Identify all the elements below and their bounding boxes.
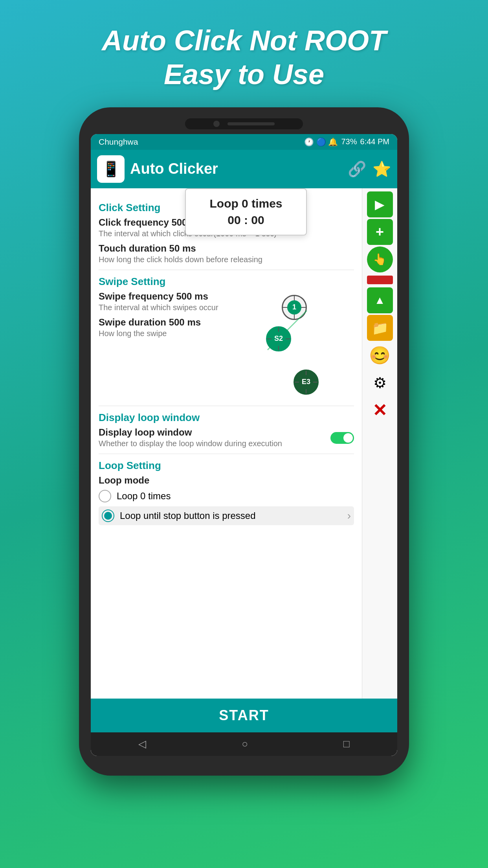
display-loop-header: Display loop window xyxy=(99,412,354,424)
arrow-up-button[interactable]: ▲ xyxy=(367,287,393,313)
loop-setting-header: Loop Setting xyxy=(99,460,354,472)
divider-2 xyxy=(99,406,354,406)
play-icon: ▶ xyxy=(375,197,385,212)
play-button[interactable]: ▶ xyxy=(367,191,393,217)
main-scroll[interactable]: Click Setting Click frequency 500 ms The… xyxy=(91,188,362,699)
loop-option-1-row[interactable]: Loop 0 times xyxy=(99,490,354,502)
close-button[interactable]: ✕ xyxy=(367,397,393,423)
page-header: Auto Click Not ROOT Easy to Use xyxy=(79,24,409,92)
loop-option-1-label: Loop 0 times xyxy=(117,491,171,502)
loop-option-2-radio[interactable] xyxy=(102,509,114,522)
status-right: 🕐 🔵 🔔 73% 6:44 PM xyxy=(304,137,389,147)
swipe-node-1[interactable]: 1 xyxy=(282,295,307,320)
display-loop-content: Display loop window Whether to display t… xyxy=(99,427,282,449)
camera-dot xyxy=(213,121,220,127)
touch-duration-label: Touch duration 50 ms xyxy=(99,243,354,254)
loop-overlay: Loop 0 times 00 : 00 xyxy=(185,188,307,235)
start-button[interactable]: START xyxy=(91,699,397,732)
display-loop-label: Display loop window xyxy=(99,427,282,438)
swipe-duration-label: Swipe duration 500 ms xyxy=(99,317,354,328)
home-button[interactable]: ○ xyxy=(242,738,248,750)
app-bar: 📱 Auto Clicker 🔗 ⭐ xyxy=(91,150,397,188)
divider-1 xyxy=(99,270,354,270)
time-label: 6:44 PM xyxy=(360,137,389,146)
battery-label: 73% xyxy=(341,137,357,146)
loop-option-1-radio[interactable] xyxy=(99,490,111,502)
loop-overlay-title: Loop 0 times xyxy=(194,197,298,210)
bottom-nav: ◁ ○ □ xyxy=(91,732,397,756)
display-loop-toggle[interactable] xyxy=(330,432,354,444)
recent-button[interactable]: □ xyxy=(343,738,350,750)
emoji-button[interactable]: 😊 xyxy=(367,342,393,368)
carrier-label: Chunghwa xyxy=(99,137,138,147)
speaker-bar xyxy=(227,122,275,125)
emoji-icon: 😊 xyxy=(369,345,391,366)
loop-mode-label: Loop mode xyxy=(99,475,354,486)
status-bar: Chunghwa 🕐 🔵 🔔 73% 6:44 PM xyxy=(91,134,397,150)
radio-inner xyxy=(104,512,112,520)
swipe-setting-header: Swipe Setting xyxy=(99,276,354,288)
add-button[interactable]: + xyxy=(367,219,393,245)
display-loop-desc: Whether to display the loop window durin… xyxy=(99,438,282,449)
star-icon[interactable]: ⭐ xyxy=(372,160,391,178)
gear-button[interactable]: ⚙ xyxy=(367,370,393,396)
chevron-right-icon: › xyxy=(347,509,351,522)
loop-option-2-label: Loop until stop button is pressed xyxy=(120,510,256,521)
folder-icon: 📁 xyxy=(372,320,388,336)
back-button[interactable]: ◁ xyxy=(138,738,146,750)
loop-option-2-row[interactable]: Loop until stop button is pressed › xyxy=(99,506,354,525)
crosshair-e3: E3 xyxy=(294,370,319,395)
app-title: Auto Clicker xyxy=(130,160,342,177)
crosshair-s2-label: S2 xyxy=(272,332,286,346)
touch-duration-desc: How long the click holds down before rel… xyxy=(99,254,354,265)
swipe-frequency-row: Swipe frequency 500 ms The interval at w… xyxy=(99,291,354,313)
phone-screen: Chunghwa 🕐 🔵 🔔 73% 6:44 PM 📱 Auto Clicke… xyxy=(91,134,397,756)
touch-duration-row: Touch duration 50 ms How long the click … xyxy=(99,243,354,265)
phone-camera-bar xyxy=(185,118,303,129)
display-loop-row: Display loop window Whether to display t… xyxy=(99,427,354,449)
folder-button[interactable]: 📁 xyxy=(367,315,393,341)
app-bar-icons: 🔗 ⭐ xyxy=(348,160,391,178)
gear-icon: ⚙ xyxy=(373,374,387,392)
page-background: Auto Click Not ROOT Easy to Use Chunghwa… xyxy=(79,0,409,776)
side-toolbar: ▶ + 👆 ▲ 📁 😊 xyxy=(362,188,397,699)
close-icon: ✕ xyxy=(372,400,387,420)
crosshair-1: 1 xyxy=(282,295,307,320)
app-icon: 📱 xyxy=(97,155,125,183)
stop-bar-button[interactable] xyxy=(367,276,393,284)
share-icon[interactable]: 🔗 xyxy=(348,160,366,178)
swipe-duration-desc: How long the swipe xyxy=(99,328,354,339)
record-button[interactable]: 👆 xyxy=(367,246,393,272)
crosshair-s2: S2 xyxy=(266,326,291,351)
crosshair-1-label: 1 xyxy=(287,300,301,314)
arrow-up-icon: ▲ xyxy=(374,294,385,307)
swipe-frequency-label: Swipe frequency 500 ms xyxy=(99,291,354,302)
hand-icon: 👆 xyxy=(373,253,387,266)
phone-shell: Chunghwa 🕐 🔵 🔔 73% 6:44 PM 📱 Auto Clicke… xyxy=(79,107,409,776)
swipe-frequency-desc: The interval at which swipes occur xyxy=(99,302,354,313)
status-icons: 🕐 🔵 🔔 xyxy=(304,137,338,147)
swipe-node-s2[interactable]: S2 xyxy=(266,326,291,351)
swipe-duration-row: Swipe duration 500 ms How long the swipe xyxy=(99,317,354,339)
swipe-setting-area: Swipe frequency 500 ms The interval at w… xyxy=(99,291,354,401)
crosshair-e3-label: E3 xyxy=(299,375,313,389)
swipe-node-e3[interactable]: E3 xyxy=(294,370,319,395)
loop-overlay-time: 00 : 00 xyxy=(194,213,298,227)
plus-icon: + xyxy=(376,224,384,240)
page-title: Auto Click Not ROOT Easy to Use xyxy=(79,24,409,92)
divider-3 xyxy=(99,454,354,454)
content-area: Loop 0 times 00 : 00 Click Setting Click… xyxy=(91,188,397,699)
